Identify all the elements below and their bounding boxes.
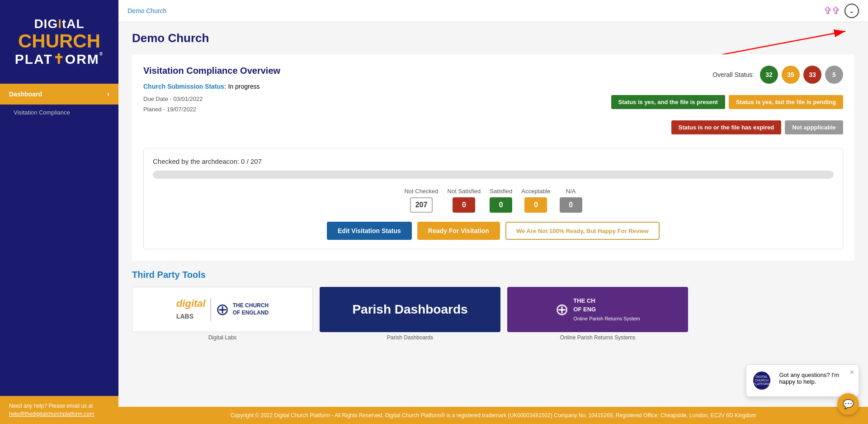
stats-row: Not Checked 207 Not Satisfied 0 [153,188,834,213]
cross-icon[interactable]: ✞✞ [824,5,840,17]
stat-value-na: 0 [569,201,573,209]
stat-value-acceptable: 0 [534,201,538,209]
stat-value-satisfied: 0 [499,201,503,209]
logo-line2: CHURCH [15,31,104,52]
parish-returns-content: ⊕ THE CHOF ENGOnline Parish Returns Syst… [551,292,644,328]
stat-value-not-checked: 207 [415,201,428,209]
legend-row-2: Status is no or the file has expired Not… [671,120,843,134]
parish-returns-icon: ⊕ [555,300,569,319]
logo-line3: PLAT✝ORM® [15,52,104,67]
tool-card-digital-labs[interactable]: digital LABS ⊕ THE CHURCHOF ENGLAND [132,287,313,332]
not-100-ready-button[interactable]: We Are Not 100% Ready, But Happy For Rev… [505,222,660,240]
legend-red-label: Status is no or the file has expired [679,124,774,131]
logo-line1: DIGItAL [15,17,104,31]
breadcrumb[interactable]: Demo Church [127,7,166,14]
divider-icon [210,298,211,321]
stat-badge-na: 0 [560,197,582,213]
tool-card-parish-returns[interactable]: ⊕ THE CHOF ENGOnline Parish Returns Syst… [507,287,688,332]
action-buttons: Edit Visitation Status Ready For Visitat… [153,222,834,240]
coe-text: THE CHURCHOF ENGLAND [233,302,269,316]
submission-value: In progress [228,83,259,90]
chat-message: Got any questions? I'm happy to help. [779,372,840,385]
stat-label-na: N/A [566,188,576,195]
stat-label-satisfied: Satisfied [490,188,512,195]
ready-for-visitation-button[interactable]: Ready For Visitation [417,222,500,240]
planned-date: Planed - 19/07/2022 [143,104,280,114]
status-circle-yellow-value: 35 [787,71,794,78]
parish-dashboards-text: Parish Dashboards [352,302,467,317]
submission-status: Church Submission Status: In progress [143,83,280,90]
footer: Copyright © 2022 Digital Church Platform… [118,407,868,424]
status-circle-green: 32 [760,66,778,84]
sidebar-footer: Need any help? Please email us at help@t… [0,396,118,424]
stat-label-acceptable: Acceptable [521,188,550,195]
submission-label: Church Submission Status: [143,83,226,90]
legend-item-yellow: Status is yes, but the file is pending [729,95,843,109]
stat-label-not-checked: Not Checked [404,188,438,195]
status-circle-red: 33 [803,66,821,84]
content-area: Demo Church Visitation Compliance Overvi… [118,22,868,407]
legend-yellow-label: Status is yes, but the file is pending [736,99,836,105]
stat-satisfied: Satisfied 0 [490,188,512,213]
progress-bar-wrap [153,171,834,179]
legend-item-gray: Not appplicable [785,120,843,134]
stat-badge-satisfied: 0 [490,197,512,213]
parish-returns-text: THE CHOF ENGOnline Parish Returns System [573,296,640,323]
stat-acceptable: Acceptable 0 [521,188,550,213]
stat-label-not-satisfied: Not Satisfied [448,188,481,195]
stat-badge-not-satisfied: 0 [453,197,475,213]
chat-avatar: DIGITALCHURCHPLATFORM [753,372,770,390]
edit-visitation-status-button[interactable]: Edit Visitation Status [327,222,412,240]
chevron-right-icon: › [107,90,109,98]
stat-not-satisfied: Not Satisfied 0 [448,188,481,213]
dashboard-label: Dashboard [9,91,42,98]
topbar-right: ✞✞ ⌄ [824,4,859,18]
church-of-england: ⊕ THE CHURCHOF ENGLAND [216,300,269,319]
stat-badge-acceptable: 0 [524,197,547,213]
third-party-tools-section: Third Party Tools digital LABS [132,270,854,341]
status-circle-yellow: 35 [782,66,800,84]
status-circle-gray-value: 5 [832,71,836,78]
digital-labs-content: digital LABS ⊕ THE CHURCHOF ENGLAND [176,298,269,321]
user-dropdown[interactable]: ⌄ [844,4,859,18]
checked-label: Checked by the archdeacon: 0 / 207 [153,157,834,165]
due-date: Due Date - 03/01/2022 [143,94,280,104]
footer-help-text: Need any help? Please email us at [9,403,93,409]
tool-label-parish-dashboards: Parish Dashboards [320,334,500,341]
chat-close-button[interactable]: × [850,368,854,376]
app-wrapper: DIGItAL CHURCH PLAT✝ORM® Dashboard › Vis… [0,0,868,424]
chat-fab-icon: 💬 [843,399,854,410]
topbar: Demo Church ✞✞ ⌄ [118,0,868,22]
status-circle-gray: 5 [825,66,843,84]
overview-section: Visitation Compliance Overview Church Su… [132,54,854,261]
legend-green-label: Status is yes, and the file is present [618,99,718,105]
tool-label-parish-returns: Online Parish Returns Systems [507,334,688,341]
stat-value-not-satisfied: 0 [462,201,466,209]
progress-card: Checked by the archdeacon: 0 / 207 Not C… [143,148,843,249]
overall-status-label: Overall Status: [712,71,754,78]
chat-bubble: Got any questions? I'm happy to help. [779,372,852,385]
status-circle-red-value: 33 [809,71,816,78]
footer-copyright: Copyright © 2022 Digital Church Platform… [231,412,756,419]
footer-email-link[interactable]: help@thedigitalchurchplatform.com [9,411,109,417]
tool-card-parish-dashboards[interactable]: Parish Dashboards [320,287,500,332]
tools-title: Third Party Tools [132,270,854,280]
overall-status-row: Overall Status: 32 35 33 [712,66,843,84]
page-title: Demo Church [132,31,854,45]
legend-item-red: Status is no or the file has expired [671,120,782,134]
status-circle-green-value: 32 [765,71,773,78]
date-info: Due Date - 03/01/2022 Planed - 19/07/202… [143,94,280,115]
sidebar: DIGItAL CHURCH PLAT✝ORM® Dashboard › Vis… [0,0,118,424]
stat-na: N/A 0 [560,188,582,213]
legend-item-green: Status is yes, and the file is present [611,95,725,109]
coe-circle-icon: ⊕ [216,300,229,319]
sidebar-item-visitation-compliance[interactable]: Visitation Compliance [0,105,118,120]
sidebar-item-dashboard[interactable]: Dashboard › [0,84,118,105]
sidebar-logo: DIGItAL CHURCH PLAT✝ORM® [0,0,118,84]
stat-badge-not-checked: 207 [410,197,433,213]
tool-label-digital-labs: Digital Labs [132,334,313,341]
chat-content: DIGITALCHURCHPLATFORM Got any questions?… [753,372,852,390]
chat-widget: × DIGITALCHURCHPLATFORM Got any question… [746,364,859,397]
chat-fab-button[interactable]: 💬 [837,393,859,415]
chat-avatar-text: DIGITALCHURCHPLATFORM [753,375,770,386]
